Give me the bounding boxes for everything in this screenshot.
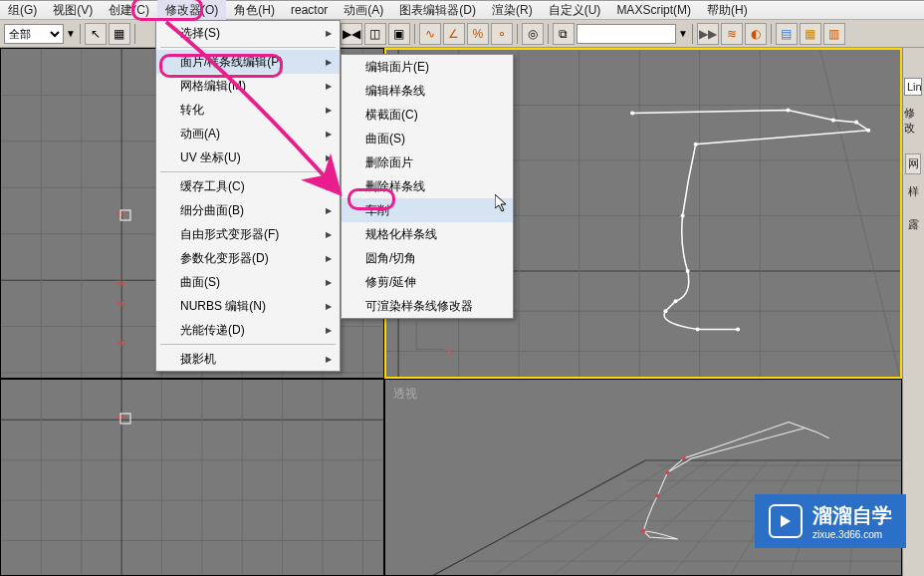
menu-cache-tools[interactable]: 缓存工具(C) [156, 174, 340, 198]
menu-renderable-spline[interactable]: 可渲染样条线修改器 [342, 294, 513, 318]
svg-point-84 [681, 456, 685, 460]
svg-point-46 [685, 269, 689, 273]
named-selection-icon[interactable]: ◎ [522, 23, 544, 45]
menu-cross-section[interactable]: 横截面(C) [342, 103, 513, 127]
menu-normalize-spline[interactable]: 规格化样条线 [342, 222, 513, 246]
menu-radiosity[interactable]: 光能传递(D) [156, 318, 340, 342]
svg-point-44 [693, 143, 697, 146]
svg-point-50 [736, 327, 740, 331]
svg-point-47 [673, 299, 677, 303]
menu-rendering[interactable]: 渲染(R) [484, 0, 541, 21]
material-icon[interactable]: ▦ [800, 23, 821, 45]
modifiers-submenu: 选择(S) 面片/样条线编辑(P) 网格编辑(M) 转化 动画(A) UV 坐标… [155, 20, 341, 372]
menu-selection[interactable]: 选择(S) [156, 21, 340, 45]
svg-line-68 [606, 460, 738, 576]
svg-point-41 [830, 119, 834, 123]
menu-maxscript[interactable]: MAXScript(M) [608, 1, 699, 19]
percent-snap-icon[interactable]: % [467, 23, 489, 45]
svg-point-40 [786, 109, 790, 113]
svg-point-83 [665, 470, 669, 474]
menu-patch-spline-editing[interactable]: 面片/样条线编辑(P) [156, 50, 340, 74]
viewport-label: 透视 [393, 386, 417, 403]
menu-nurbs-editing[interactable]: NURBS 编辑(N) [156, 294, 340, 318]
watermark-badge: 溜溜自学 zixue.3d66.com [755, 494, 906, 548]
selection-filter-dropdown[interactable]: 全部 [4, 24, 64, 44]
svg-text:✳: ✳ [116, 336, 126, 351]
panel-spline-label: 样 [906, 182, 921, 201]
menu-fillet-chamfer[interactable]: 圆角/切角 [342, 246, 513, 270]
curve-editor-icon[interactable]: ◐ [745, 23, 767, 45]
svg-line-69 [667, 460, 768, 576]
menu-customize[interactable]: 自定义(U) [541, 0, 609, 21]
menu-group[interactable]: 组(G) [0, 0, 45, 21]
menu-mesh-editing[interactable]: 网格编辑(M) [156, 74, 340, 98]
menu-delete-spline[interactable]: 删除样条线 [342, 174, 513, 198]
svg-point-39 [630, 112, 634, 116]
menu-conversion[interactable]: 转化 [156, 98, 340, 122]
menu-modifiers[interactable]: 修改器(O) [157, 0, 226, 21]
menu-edit-spline[interactable]: 编辑样条线 [342, 79, 513, 103]
menu-help[interactable]: 帮助(H) [699, 0, 756, 21]
menu-surface-s[interactable]: 曲面(S) [342, 127, 513, 150]
panel-modify-label: 修改 [902, 104, 924, 138]
menu-edit-patch[interactable]: 编辑面片(E) [342, 55, 513, 79]
menu-free-form-deformers[interactable]: 自由形式变形器(F) [156, 222, 340, 246]
menu-bar: 组(G) 视图(V) 创建(C) 修改器(O) 角色(H) reactor 动画… [0, 0, 924, 20]
menu-parametric-deformers[interactable]: 参数化变形器(D) [156, 246, 340, 270]
modifier-panel-partial: Lin 修改 网 样 露 [902, 70, 924, 234]
angle-snap-icon[interactable]: ∠ [443, 23, 465, 45]
svg-line-66 [486, 460, 677, 576]
menu-graph-editors[interactable]: 图表编辑器(D) [391, 0, 484, 21]
panel-expose-label: 露 [906, 215, 921, 234]
svg-text:✳: ✳ [116, 296, 126, 311]
menu-reactor[interactable]: reactor [283, 1, 336, 19]
select-name-icon[interactable]: ▦ [109, 23, 130, 45]
play-icon [769, 504, 803, 538]
menu-subdivision[interactable]: 细分曲面(B) [156, 198, 340, 222]
schematic-icon[interactable]: ▤ [776, 23, 798, 45]
svg-point-49 [695, 327, 699, 331]
svg-line-34 [819, 50, 900, 379]
menu-delete-patch[interactable]: 删除面片 [342, 150, 513, 174]
patch-spline-submenu: 编辑面片(E) 编辑样条线 横截面(C) 曲面(S) 删除面片 删除样条线 车削… [341, 54, 514, 319]
svg-point-43 [866, 129, 870, 133]
svg-line-67 [547, 460, 708, 576]
named-selection-field[interactable] [577, 24, 676, 44]
svg-text:✳: ✳ [116, 276, 126, 291]
svg-line-79 [425, 460, 645, 576]
menu-create[interactable]: 创建(C) [101, 0, 157, 21]
mirror-tool-icon[interactable]: ⧉ [553, 23, 575, 45]
menu-cameras[interactable]: 摄影机 [156, 347, 340, 371]
select-tool-icon[interactable]: ↖ [85, 23, 107, 45]
svg-point-82 [655, 493, 659, 497]
menu-trim-extend[interactable]: 修剪/延伸 [342, 270, 513, 294]
svg-point-81 [641, 529, 645, 533]
svg-point-48 [663, 309, 667, 313]
mirror-icon[interactable]: ▶◀ [341, 23, 362, 45]
snap-toggle-icon[interactable]: ∿ [419, 23, 441, 45]
svg-text:x: x [446, 345, 451, 356]
panel-line-label: Lin [904, 78, 922, 96]
layers-icon[interactable]: ≋ [721, 23, 743, 45]
main-toolbar: 全部 ▼ ↖ ▦ ▶◀ ◫ ▣ ∿ ∠ % ⚬ ◎ ⧉ ▼ ▶▶ ≋ ◐ ▤ ▦… [0, 20, 924, 48]
menu-animation[interactable]: 动画(A) [336, 0, 391, 21]
prev-icon[interactable]: ▶▶ [697, 23, 719, 45]
menu-surface[interactable]: 曲面(S) [156, 270, 340, 294]
svg-point-45 [680, 213, 684, 217]
menu-lathe[interactable]: 车削 [342, 198, 513, 222]
menu-character[interactable]: 角色(H) [226, 0, 283, 21]
watermark-title: 溜溜自学 [812, 504, 892, 526]
menu-uv-coords[interactable]: UV 坐标(U) [156, 145, 340, 169]
svg-point-42 [854, 121, 858, 125]
menu-view[interactable]: 视图(V) [45, 0, 101, 21]
array-icon[interactable]: ◫ [364, 23, 386, 45]
spinner-snap-icon[interactable]: ⚬ [491, 23, 513, 45]
menu-animation-sub[interactable]: 动画(A) [156, 122, 340, 145]
align-icon[interactable]: ▣ [388, 23, 410, 45]
render-icon[interactable]: ▥ [823, 23, 845, 45]
viewport-bottom-left[interactable]: ✳ [0, 379, 384, 576]
panel-mesh-label: 网 [905, 153, 921, 174]
watermark-url: zixue.3d66.com [812, 529, 892, 540]
